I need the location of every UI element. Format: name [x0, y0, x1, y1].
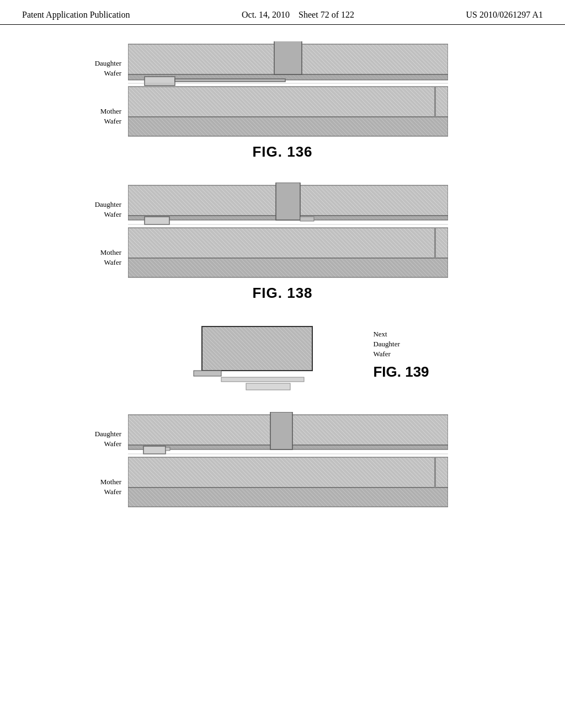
- header-date-sheet: Oct. 14, 2010 Sheet 72 of 122: [242, 10, 354, 20]
- fig139-full-canvas: [128, 412, 448, 508]
- header-patent-number: US 2010/0261297 A1: [466, 10, 543, 20]
- fig138-side-labels: Daughter Wafer Mother Wafer: [89, 183, 128, 279]
- figure-139-top: Next Daughter Wafer FIG. 139: [33, 324, 532, 401]
- fig138-canvas: [128, 183, 448, 279]
- page-header: Patent Application Publication Oct. 14, …: [0, 0, 565, 25]
- fig139b-side-labels: Daughter Wafer Mother Wafer: [89, 412, 128, 508]
- page-content: Daughter Wafer Mother Wafer FIG. 136 Dau…: [0, 25, 565, 525]
- fig136-side-labels: Daughter Wafer Mother Wafer: [89, 41, 128, 138]
- fig136-label: FIG. 136: [252, 143, 312, 160]
- fig136-canvas: [128, 41, 448, 138]
- fig139-small-canvas: [191, 324, 362, 401]
- fig139-label: FIG. 139: [373, 362, 429, 382]
- figure-139-bottom: Daughter Wafer Mother Wafer: [33, 412, 532, 508]
- fig138-label: FIG. 138: [252, 285, 312, 302]
- fig139-right-labels: Next Daughter Wafer FIG. 139: [373, 324, 429, 382]
- figure-136: Daughter Wafer Mother Wafer FIG. 136: [33, 41, 532, 160]
- header-publication-label: Patent Application Publication: [22, 10, 130, 20]
- figure-138: Daughter Wafer Mother Wafer FIG. 138: [33, 183, 532, 302]
